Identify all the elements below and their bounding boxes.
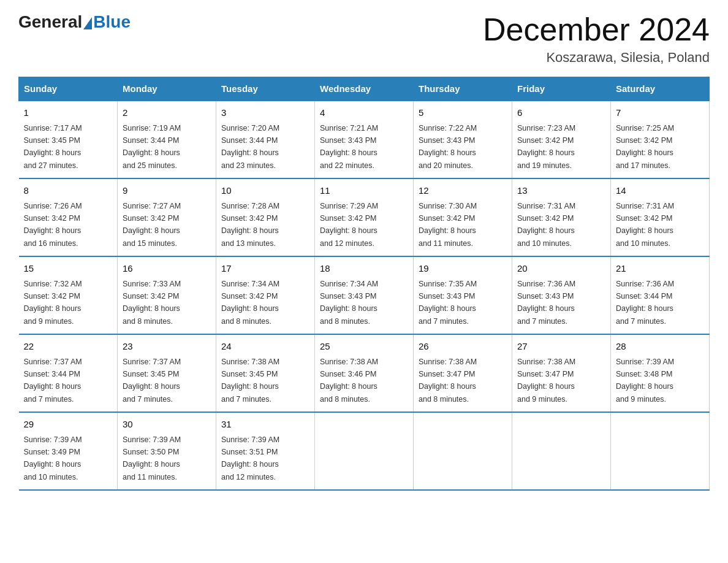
calendar-body: 1Sunrise: 7:17 AMSunset: 3:45 PMDaylight… bbox=[19, 101, 710, 490]
day-info: Sunrise: 7:34 AMSunset: 3:42 PMDaylight:… bbox=[221, 280, 279, 326]
logo-blue-part: Blue bbox=[82, 12, 131, 32]
logo-general: General bbox=[18, 12, 82, 32]
day-number: 19 bbox=[419, 262, 507, 276]
day-info: Sunrise: 7:38 AMSunset: 3:47 PMDaylight:… bbox=[517, 358, 575, 404]
weekday-header-saturday: Saturday bbox=[611, 77, 710, 101]
day-info: Sunrise: 7:26 AMSunset: 3:42 PMDaylight:… bbox=[24, 202, 82, 248]
day-info: Sunrise: 7:34 AMSunset: 3:43 PMDaylight:… bbox=[320, 280, 378, 326]
calendar-cell: 14Sunrise: 7:31 AMSunset: 3:42 PMDayligh… bbox=[611, 178, 710, 256]
day-number: 21 bbox=[616, 262, 704, 276]
weekday-header-monday: Monday bbox=[118, 77, 216, 101]
calendar-cell: 10Sunrise: 7:28 AMSunset: 3:42 PMDayligh… bbox=[216, 178, 315, 256]
calendar-cell: 19Sunrise: 7:35 AMSunset: 3:43 PMDayligh… bbox=[414, 256, 512, 334]
calendar-title: December 2024 bbox=[483, 12, 710, 47]
day-info: Sunrise: 7:36 AMSunset: 3:44 PMDaylight:… bbox=[616, 280, 674, 326]
day-number: 4 bbox=[320, 106, 408, 120]
day-number: 15 bbox=[24, 262, 113, 276]
day-info: Sunrise: 7:37 AMSunset: 3:44 PMDaylight:… bbox=[24, 358, 82, 404]
calendar-cell: 21Sunrise: 7:36 AMSunset: 3:44 PMDayligh… bbox=[611, 256, 710, 334]
day-number: 11 bbox=[320, 184, 408, 198]
day-number: 23 bbox=[123, 340, 211, 354]
day-number: 22 bbox=[24, 340, 113, 354]
day-info: Sunrise: 7:21 AMSunset: 3:43 PMDaylight:… bbox=[320, 124, 378, 170]
day-number: 6 bbox=[517, 106, 605, 120]
day-info: Sunrise: 7:31 AMSunset: 3:42 PMDaylight:… bbox=[616, 202, 674, 248]
day-info: Sunrise: 7:25 AMSunset: 3:42 PMDaylight:… bbox=[616, 124, 674, 170]
day-number: 24 bbox=[221, 340, 309, 354]
day-info: Sunrise: 7:19 AMSunset: 3:44 PMDaylight:… bbox=[123, 124, 181, 170]
calendar-cell: 11Sunrise: 7:29 AMSunset: 3:42 PMDayligh… bbox=[315, 178, 414, 256]
page-header: General Blue December 2024 Koszarawa, Si… bbox=[18, 12, 710, 66]
day-info: Sunrise: 7:35 AMSunset: 3:43 PMDaylight:… bbox=[419, 280, 477, 326]
calendar-cell: 1Sunrise: 7:17 AMSunset: 3:45 PMDaylight… bbox=[19, 101, 118, 178]
day-number: 13 bbox=[517, 184, 605, 198]
calendar-header: SundayMondayTuesdayWednesdayThursdayFrid… bbox=[19, 77, 710, 101]
day-number: 12 bbox=[419, 184, 507, 198]
day-number: 16 bbox=[123, 262, 211, 276]
day-info: Sunrise: 7:22 AMSunset: 3:43 PMDaylight:… bbox=[419, 124, 477, 170]
day-number: 27 bbox=[517, 340, 605, 354]
day-info: Sunrise: 7:38 AMSunset: 3:47 PMDaylight:… bbox=[419, 358, 477, 404]
calendar-cell: 12Sunrise: 7:30 AMSunset: 3:42 PMDayligh… bbox=[414, 178, 512, 256]
calendar-cell bbox=[512, 412, 611, 490]
calendar-week-row: 29Sunrise: 7:39 AMSunset: 3:49 PMDayligh… bbox=[19, 412, 710, 490]
day-info: Sunrise: 7:37 AMSunset: 3:45 PMDaylight:… bbox=[123, 358, 181, 404]
day-info: Sunrise: 7:36 AMSunset: 3:43 PMDaylight:… bbox=[517, 280, 575, 326]
calendar-cell: 6Sunrise: 7:23 AMSunset: 3:42 PMDaylight… bbox=[512, 101, 611, 178]
calendar-cell: 26Sunrise: 7:38 AMSunset: 3:47 PMDayligh… bbox=[414, 334, 512, 412]
title-area: December 2024 Koszarawa, Silesia, Poland bbox=[483, 12, 710, 66]
calendar-cell: 30Sunrise: 7:39 AMSunset: 3:50 PMDayligh… bbox=[118, 412, 216, 490]
calendar-cell: 13Sunrise: 7:31 AMSunset: 3:42 PMDayligh… bbox=[512, 178, 611, 256]
calendar-week-row: 8Sunrise: 7:26 AMSunset: 3:42 PMDaylight… bbox=[19, 178, 710, 256]
calendar-cell: 27Sunrise: 7:38 AMSunset: 3:47 PMDayligh… bbox=[512, 334, 611, 412]
weekday-header-wednesday: Wednesday bbox=[315, 77, 414, 101]
day-info: Sunrise: 7:31 AMSunset: 3:42 PMDaylight:… bbox=[517, 202, 575, 248]
day-info: Sunrise: 7:39 AMSunset: 3:50 PMDaylight:… bbox=[123, 435, 181, 481]
calendar-cell: 5Sunrise: 7:22 AMSunset: 3:43 PMDaylight… bbox=[414, 101, 512, 178]
logo: General Blue bbox=[18, 12, 131, 32]
calendar-cell: 4Sunrise: 7:21 AMSunset: 3:43 PMDaylight… bbox=[315, 101, 414, 178]
calendar-cell: 8Sunrise: 7:26 AMSunset: 3:42 PMDaylight… bbox=[19, 178, 118, 256]
calendar-cell: 20Sunrise: 7:36 AMSunset: 3:43 PMDayligh… bbox=[512, 256, 611, 334]
day-info: Sunrise: 7:17 AMSunset: 3:45 PMDaylight:… bbox=[24, 124, 82, 170]
calendar-cell: 16Sunrise: 7:33 AMSunset: 3:42 PMDayligh… bbox=[118, 256, 216, 334]
calendar-week-row: 15Sunrise: 7:32 AMSunset: 3:42 PMDayligh… bbox=[19, 256, 710, 334]
weekday-row: SundayMondayTuesdayWednesdayThursdayFrid… bbox=[19, 77, 710, 101]
day-number: 20 bbox=[517, 262, 605, 276]
day-number: 17 bbox=[221, 262, 309, 276]
day-number: 1 bbox=[24, 106, 113, 120]
day-number: 28 bbox=[616, 340, 704, 354]
day-info: Sunrise: 7:20 AMSunset: 3:44 PMDaylight:… bbox=[221, 124, 279, 170]
calendar-cell: 25Sunrise: 7:38 AMSunset: 3:46 PMDayligh… bbox=[315, 334, 414, 412]
day-info: Sunrise: 7:33 AMSunset: 3:42 PMDaylight:… bbox=[123, 280, 181, 326]
day-number: 10 bbox=[221, 184, 309, 198]
calendar-cell: 9Sunrise: 7:27 AMSunset: 3:42 PMDaylight… bbox=[118, 178, 216, 256]
day-info: Sunrise: 7:38 AMSunset: 3:45 PMDaylight:… bbox=[221, 358, 279, 404]
calendar-cell: 31Sunrise: 7:39 AMSunset: 3:51 PMDayligh… bbox=[216, 412, 315, 490]
logo-text: General Blue bbox=[18, 12, 131, 32]
calendar-cell: 23Sunrise: 7:37 AMSunset: 3:45 PMDayligh… bbox=[118, 334, 216, 412]
day-number: 8 bbox=[24, 184, 113, 198]
logo-blue-word: Blue bbox=[93, 12, 131, 32]
day-number: 7 bbox=[616, 106, 704, 120]
calendar-cell: 15Sunrise: 7:32 AMSunset: 3:42 PMDayligh… bbox=[19, 256, 118, 334]
day-info: Sunrise: 7:27 AMSunset: 3:42 PMDaylight:… bbox=[123, 202, 181, 248]
day-number: 5 bbox=[419, 106, 507, 120]
weekday-header-thursday: Thursday bbox=[414, 77, 512, 101]
day-info: Sunrise: 7:29 AMSunset: 3:42 PMDaylight:… bbox=[320, 202, 378, 248]
weekday-header-sunday: Sunday bbox=[19, 77, 118, 101]
day-number: 25 bbox=[320, 340, 408, 354]
day-info: Sunrise: 7:39 AMSunset: 3:48 PMDaylight:… bbox=[616, 358, 674, 404]
day-info: Sunrise: 7:23 AMSunset: 3:42 PMDaylight:… bbox=[517, 124, 575, 170]
calendar-cell: 28Sunrise: 7:39 AMSunset: 3:48 PMDayligh… bbox=[611, 334, 710, 412]
weekday-header-tuesday: Tuesday bbox=[216, 77, 315, 101]
calendar-cell: 2Sunrise: 7:19 AMSunset: 3:44 PMDaylight… bbox=[118, 101, 216, 178]
day-number: 9 bbox=[123, 184, 211, 198]
calendar-cell bbox=[414, 412, 512, 490]
day-info: Sunrise: 7:32 AMSunset: 3:42 PMDaylight:… bbox=[24, 280, 82, 326]
weekday-header-friday: Friday bbox=[512, 77, 611, 101]
day-number: 14 bbox=[616, 184, 704, 198]
day-number: 29 bbox=[24, 418, 113, 432]
day-info: Sunrise: 7:30 AMSunset: 3:42 PMDaylight:… bbox=[419, 202, 477, 248]
calendar-cell: 18Sunrise: 7:34 AMSunset: 3:43 PMDayligh… bbox=[315, 256, 414, 334]
